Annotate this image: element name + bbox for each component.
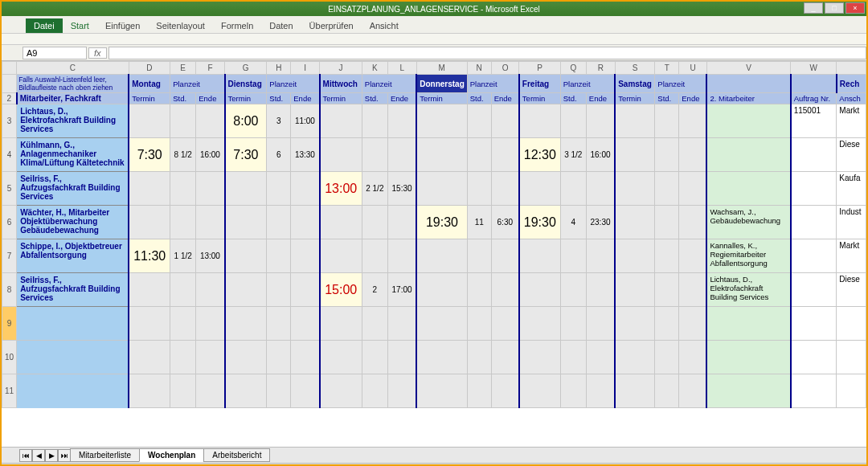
- row-header[interactable]: 4: [2, 138, 17, 172]
- row-header[interactable]: 7: [2, 239, 17, 273]
- planzeit-label[interactable]: Planzeit: [170, 75, 225, 93]
- day-montag[interactable]: Montag: [129, 75, 170, 93]
- ende-cell[interactable]: [196, 104, 225, 138]
- sheet-nav-prev[interactable]: ◀: [32, 449, 45, 462]
- ansch-cell[interactable]: Indust: [837, 206, 866, 239]
- cell[interactable]: [129, 307, 170, 341]
- col-D[interactable]: D: [129, 62, 170, 75]
- termin-cell[interactable]: [416, 273, 467, 307]
- column-headers[interactable]: C D E F G H I J K L M N O P Q R S T U V …: [2, 62, 866, 75]
- maximize-button[interactable]: □: [825, 2, 844, 14]
- cell[interactable]: [706, 341, 790, 374]
- day-samstag[interactable]: Samstag: [615, 75, 655, 93]
- auftrag-cell[interactable]: [791, 172, 837, 206]
- cell[interactable]: [196, 307, 225, 341]
- std-cell[interactable]: 8 1/2: [170, 138, 196, 172]
- cell[interactable]: [837, 307, 866, 341]
- col-C[interactable]: C: [17, 62, 129, 75]
- hdr-termin[interactable]: Termin: [615, 93, 655, 104]
- day-freitag[interactable]: Freitag: [519, 75, 560, 93]
- day-dienstag[interactable]: Dienstag: [225, 75, 267, 93]
- col-S[interactable]: S: [615, 62, 655, 75]
- hdr-std[interactable]: Std.: [560, 93, 586, 104]
- cell[interactable]: [706, 374, 790, 408]
- std-cell[interactable]: [267, 206, 291, 239]
- row-header[interactable]: 3: [2, 104, 17, 138]
- termin-cell[interactable]: 19:30: [416, 206, 467, 239]
- std-cell[interactable]: [267, 239, 291, 273]
- col-W[interactable]: W: [791, 62, 837, 75]
- ansch-cell[interactable]: Markt: [837, 239, 866, 273]
- day-donnerstag[interactable]: Donnerstag: [416, 75, 467, 93]
- cell[interactable]: [362, 341, 387, 374]
- ende-cell[interactable]: [491, 239, 519, 273]
- cell[interactable]: [560, 374, 586, 408]
- cell[interactable]: [837, 374, 866, 408]
- cell[interactable]: [519, 374, 560, 408]
- col-K[interactable]: K: [362, 62, 387, 75]
- ende-cell[interactable]: [196, 273, 225, 307]
- hdr-ende[interactable]: Ende: [679, 93, 707, 104]
- col-E[interactable]: E: [170, 62, 196, 75]
- cell[interactable]: [467, 341, 491, 374]
- sheet-tab-wochenplan[interactable]: Wochenplan: [139, 448, 204, 462]
- termin-cell[interactable]: [129, 273, 170, 307]
- cell[interactable]: [387, 341, 416, 374]
- cell[interactable]: [560, 341, 586, 374]
- ende-cell[interactable]: [196, 172, 225, 206]
- planzeit-label[interactable]: Planzeit: [362, 75, 416, 93]
- ende-cell[interactable]: [387, 239, 416, 273]
- cell[interactable]: [267, 307, 291, 341]
- termin-cell[interactable]: [416, 138, 467, 172]
- cell[interactable]: [17, 341, 129, 374]
- ribbon-tab-datei[interactable]: Datei: [26, 18, 63, 33]
- std-cell[interactable]: 3: [267, 104, 291, 138]
- col-R[interactable]: R: [586, 62, 615, 75]
- std-cell[interactable]: 6: [267, 138, 291, 172]
- data-row[interactable]: 4Kühlmann, G., Anlagenmechaniker Klima/L…: [2, 138, 866, 172]
- termin-cell[interactable]: [615, 172, 655, 206]
- ende-cell[interactable]: [291, 172, 320, 206]
- col-I[interactable]: I: [291, 62, 320, 75]
- cell[interactable]: [586, 341, 615, 374]
- cell[interactable]: [129, 374, 170, 408]
- cell[interactable]: [586, 374, 615, 408]
- sheet-nav-last[interactable]: ⏭: [58, 449, 71, 462]
- mitarbeiter2-cell[interactable]: [706, 172, 790, 206]
- cell[interactable]: [467, 374, 491, 408]
- cell[interactable]: [291, 374, 320, 408]
- col-H[interactable]: H: [267, 62, 291, 75]
- header-row-2[interactable]: 2 Mitarbeiter, Fachkraft Termin Std. End…: [2, 93, 866, 104]
- ende-cell[interactable]: [491, 273, 519, 307]
- close-button[interactable]: ×: [845, 2, 865, 14]
- cell[interactable]: [267, 374, 291, 408]
- planzeit-label[interactable]: Planzeit: [467, 75, 519, 93]
- cell[interactable]: [225, 307, 267, 341]
- col-P[interactable]: P: [519, 62, 560, 75]
- data-row[interactable]: 6Wächter, H., Mitarbeiter Objektüberwach…: [2, 206, 866, 239]
- std-cell[interactable]: [362, 138, 387, 172]
- ende-cell[interactable]: [491, 172, 519, 206]
- std-cell[interactable]: [560, 273, 586, 307]
- mitarbeiter2-cell[interactable]: Wachsam, J., Gebäudebewachung: [706, 206, 790, 239]
- cell[interactable]: [655, 374, 679, 408]
- employee-cell[interactable]: Seilriss, F., Aufzugsfachkraft Building …: [17, 273, 129, 307]
- std-cell[interactable]: [655, 104, 679, 138]
- cell[interactable]: [416, 341, 467, 374]
- termin-cell[interactable]: [320, 206, 362, 239]
- ribbon-tab-seitenlayout[interactable]: Seitenlayout: [148, 18, 213, 33]
- termin-cell[interactable]: [320, 138, 362, 172]
- cell[interactable]: [679, 307, 707, 341]
- col-U[interactable]: U: [679, 62, 707, 75]
- termin-cell[interactable]: 19:30: [519, 206, 560, 239]
- cell[interactable]: [615, 307, 655, 341]
- hdr-std[interactable]: Std.: [267, 93, 291, 104]
- col-M[interactable]: M: [416, 62, 467, 75]
- termin-cell[interactable]: [615, 273, 655, 307]
- termin-cell[interactable]: [416, 104, 467, 138]
- row-10[interactable]: 10: [2, 341, 17, 374]
- cell[interactable]: [320, 341, 362, 374]
- cell[interactable]: [837, 341, 866, 374]
- col-F[interactable]: F: [196, 62, 225, 75]
- data-row[interactable]: 7Schippe, I., Objektbetreuer Abfallentso…: [2, 239, 866, 273]
